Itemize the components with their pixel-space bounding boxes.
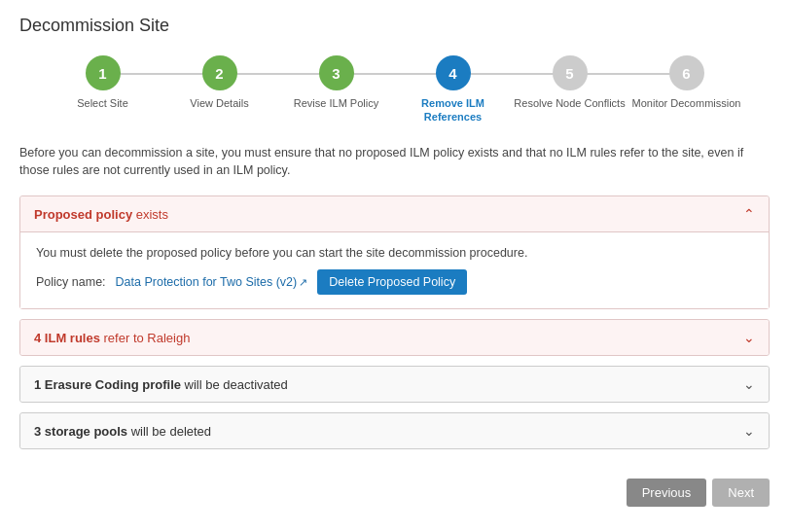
proposed-policy-header-text: Proposed policy exists xyxy=(34,207,168,222)
erasure-coding-panel: 1 Erasure Coding profile will be deactiv… xyxy=(19,366,770,403)
proposed-policy-body-text: You must delete the proposed policy befo… xyxy=(36,246,753,260)
ilm-rules-header[interactable]: 4 ILM rules refer to Raleigh ⌄ xyxy=(20,320,769,355)
proposed-policy-panel: Proposed policy exists ⌃ You must delete… xyxy=(19,195,770,309)
step-3-label: Revise ILM Policy xyxy=(294,96,378,110)
stepper: 1 Select Site 2 View Details 3 Revise IL… xyxy=(19,55,770,124)
policy-name-row: Policy name: Data Protection for Two Sit… xyxy=(36,269,753,295)
step-2-circle: 2 xyxy=(202,55,237,90)
delete-proposed-policy-button[interactable]: Delete Proposed Policy xyxy=(317,269,467,295)
info-text: Before you can decommission a site, you … xyxy=(19,144,770,181)
policy-link[interactable]: Data Protection for Two Sites (v2)↗ xyxy=(116,275,308,289)
step-2: 2 View Details xyxy=(161,55,278,110)
step-3-circle: 3 xyxy=(319,55,354,90)
proposed-policy-chevron-icon: ⌃ xyxy=(743,206,755,222)
next-button[interactable]: Next xyxy=(712,479,770,507)
ilm-rules-normal: refer to Raleigh xyxy=(100,331,191,345)
step-5-circle: 5 xyxy=(553,55,588,90)
erasure-bold: 1 Erasure Coding profile xyxy=(34,377,181,392)
storage-pools-text: 3 storage pools will be deleted xyxy=(34,424,211,439)
storage-pools-chevron-icon: ⌄ xyxy=(743,423,755,439)
step-4-label: Remove ILM References xyxy=(395,96,512,124)
previous-button[interactable]: Previous xyxy=(627,479,707,507)
storage-pools-normal: will be deleted xyxy=(127,424,211,439)
step-1: 1 Select Site xyxy=(45,55,161,110)
ilm-rules-chevron-icon: ⌄ xyxy=(743,330,755,345)
ilm-rules-panel: 4 ILM rules refer to Raleigh ⌄ xyxy=(19,319,770,356)
step-3: 3 Revise ILM Policy xyxy=(278,55,395,110)
proposed-policy-normal: exists xyxy=(132,207,168,222)
proposed-policy-header[interactable]: Proposed policy exists ⌃ xyxy=(20,196,769,231)
step-6-label: Monitor Decommission xyxy=(632,96,741,110)
footer: Previous Next xyxy=(19,469,770,507)
external-link-icon: ↗ xyxy=(299,276,307,288)
step-6: 6 Monitor Decommission xyxy=(628,55,745,110)
storage-pools-bold: 3 storage pools xyxy=(34,424,127,439)
step-1-label: Select Site xyxy=(77,96,128,110)
erasure-chevron-icon: ⌄ xyxy=(743,376,755,392)
ilm-rules-header-text: 4 ILM rules refer to Raleigh xyxy=(34,331,190,345)
step-6-circle: 6 xyxy=(669,55,704,90)
step-5-label: Resolve Node Conflicts xyxy=(514,96,625,110)
step-5: 5 Resolve Node Conflicts xyxy=(512,55,628,110)
step-4: 4 Remove ILM References xyxy=(395,55,512,124)
page-title: Decommission Site xyxy=(19,16,770,36)
policy-name-label: Policy name: xyxy=(36,275,106,289)
step-1-circle: 1 xyxy=(86,55,121,90)
proposed-policy-bold: Proposed policy xyxy=(34,207,132,222)
step-4-circle: 4 xyxy=(436,55,471,90)
erasure-coding-text: 1 Erasure Coding profile will be deactiv… xyxy=(34,377,288,392)
storage-pools-panel: 3 storage pools will be deleted ⌄ xyxy=(19,412,770,449)
proposed-policy-body: You must delete the proposed policy befo… xyxy=(20,231,769,308)
step-2-label: View Details xyxy=(190,96,248,110)
erasure-normal: will be deactivated xyxy=(181,377,288,392)
ilm-rules-bold: 4 ILM rules xyxy=(34,331,100,345)
storage-pools-header[interactable]: 3 storage pools will be deleted ⌄ xyxy=(20,413,769,448)
erasure-coding-header[interactable]: 1 Erasure Coding profile will be deactiv… xyxy=(20,367,769,402)
